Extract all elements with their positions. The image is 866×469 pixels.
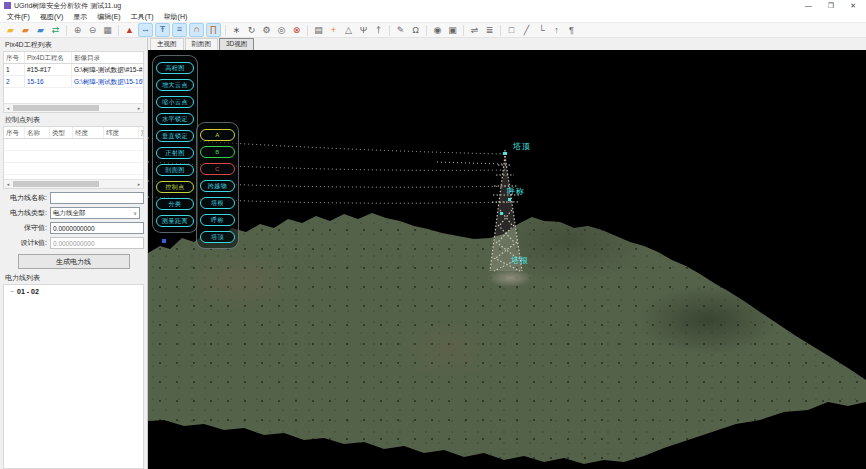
view-tool-button[interactable]: 缩小云点 (156, 96, 194, 108)
new-project-icon[interactable]: ▰ (4, 24, 17, 36)
export-icon[interactable]: ⇄ (49, 24, 62, 36)
wrench-icon[interactable]: ⚙ (260, 24, 273, 36)
marker-tool-button[interactable]: A (200, 129, 235, 141)
view-tool-button[interactable]: 高程图 (156, 62, 194, 74)
zoom-out-icon[interactable]: ⊖ (86, 24, 99, 36)
empty-row (4, 139, 143, 151)
powerline-name-input[interactable] (50, 192, 144, 204)
printer-icon[interactable]: ▤ (312, 24, 325, 36)
pan-tool-icon[interactable]: ↔ (138, 23, 153, 37)
minimize-button[interactable]: — (805, 2, 812, 10)
view-tool-button[interactable]: 增大云点 (156, 79, 194, 91)
align-tool-icon[interactable]: ≡ (172, 23, 187, 37)
horizontal-scrollbar[interactable]: ◂ ▸ (4, 103, 143, 112)
scrollbar-thumb[interactable] (13, 181, 99, 187)
view-tool-button[interactable]: 正射图 (156, 147, 194, 159)
design-k-label: 设计k值: (3, 238, 47, 248)
crossarm-marker (508, 198, 511, 201)
span-tool-icon[interactable]: ∩ (189, 23, 204, 37)
rotate-view-icon[interactable]: ↻ (245, 24, 258, 36)
column-header: 类型 (50, 127, 73, 138)
eye-icon[interactable]: ◉ (431, 24, 444, 36)
save-icon[interactable]: ▰ (34, 24, 47, 36)
left-sidebar: Pix4D工程列表 序号Pix4D工程名影像目录 1 #15-#17 G:\树障… (0, 38, 148, 469)
menu-item[interactable]: 显示 (68, 12, 92, 22)
terrain-mountain-icon[interactable]: ▲ (123, 24, 136, 36)
maximize-button[interactable]: ❐ (828, 2, 834, 10)
view-tool-button[interactable]: 分类 (156, 198, 194, 210)
crop-region-icon[interactable]: □ (505, 24, 518, 36)
open-project-icon[interactable]: ▰ (19, 24, 32, 36)
tower-marker-icon[interactable]: △ (342, 24, 355, 36)
marker-tool-button[interactable]: B (200, 146, 235, 158)
powerline-type-select[interactable]: 电力线全部 ∨ (50, 207, 140, 219)
target-select-icon[interactable]: ◎ (275, 24, 288, 36)
menu-item[interactable]: 工具(T) (126, 12, 159, 22)
workspace: 主视图剖面图3D视图 (148, 38, 866, 469)
scroll-left-arrow[interactable]: ◂ (4, 105, 12, 111)
tree-item-span[interactable]: − 01 - 02 (4, 285, 143, 295)
marker-tool-button[interactable]: C (200, 163, 235, 175)
conservative-value-input[interactable] (50, 222, 144, 234)
pole-marker-icon[interactable]: † (372, 24, 385, 36)
transform-tool-icon[interactable]: ∗ (230, 24, 243, 36)
menu-bar: 文件(F)视图(V)显示编辑(E)工具(T)帮助(H) (0, 11, 866, 22)
image-directory: G:\树障-测试数据\15-16\15-16 (72, 76, 144, 87)
view-tab[interactable]: 3D视图 (219, 38, 254, 50)
scroll-left-arrow[interactable]: ◂ (4, 181, 12, 187)
view-tool-button[interactable]: 水平锁定 (156, 113, 194, 125)
zoom-in-icon[interactable]: ⊕ (71, 24, 84, 36)
view-tool-button[interactable]: 控制点 (156, 181, 194, 193)
layers-icon[interactable]: ≣ (483, 24, 496, 36)
nominal-height-label: 呼称 (507, 187, 525, 196)
column-header: 名称 (25, 127, 50, 138)
horizontal-scrollbar[interactable]: ◂ ▸ (4, 179, 143, 188)
view-tool-button[interactable]: 测量距离 (156, 215, 194, 227)
report-doc-icon[interactable]: ¶ (565, 24, 578, 36)
toolbar-separator (66, 25, 67, 36)
generate-powerline-button[interactable]: 生成电力线 (18, 254, 130, 269)
toolbar-separator (118, 25, 119, 36)
measure-pen-icon[interactable]: ╱ (520, 24, 533, 36)
close-button[interactable]: ✕ (850, 2, 856, 10)
menu-item[interactable]: 视图(V) (35, 12, 68, 22)
project-list-title: Pix4D工程列表 (5, 40, 147, 50)
marker-tool-button[interactable]: 塔根 (200, 197, 235, 209)
powerline-list-title: 电力线列表 (5, 273, 147, 283)
delete-mark-icon[interactable]: ⊗ (290, 24, 303, 36)
#15-#17[interactable]: 1 #15-#17 G:\树障-测试数据\#15-#17\航 (4, 64, 143, 76)
copy-view-icon[interactable]: ▣ (446, 24, 459, 36)
3d-viewport[interactable]: 塔顶 呼称 塔根 高程图增大云点缩小云点水平锁定垂直锁定正射图剖面图控制点分类测… (148, 50, 866, 469)
scroll-right-arrow[interactable]: ▸ (135, 105, 143, 111)
power-line-5 (437, 162, 503, 164)
link-nodes-icon[interactable]: └ (535, 24, 548, 36)
marker-tool-button[interactable]: 跨越物 (200, 180, 235, 192)
project-name: 15-16 (25, 76, 72, 87)
sag-tool-icon[interactable]: ∏ (206, 23, 221, 37)
menu-item[interactable]: 帮助(H) (159, 12, 193, 22)
tower-signal-icon[interactable]: Ψ (357, 24, 370, 36)
tree-expander-icon[interactable]: − (10, 288, 14, 295)
arrow-up-icon[interactable]: ↑ (550, 24, 563, 36)
alarm-bell-icon[interactable]: Ω (409, 24, 422, 36)
zoom-fit-icon[interactable]: ▦ (101, 24, 114, 36)
design-k-input (50, 237, 144, 249)
menu-item[interactable]: 编辑(E) (92, 12, 125, 22)
view-tab[interactable]: 剖面图 (185, 38, 219, 50)
add-item-icon[interactable]: + (327, 24, 340, 36)
15-16[interactable]: 2 15-16 G:\树障-测试数据\15-16\15-16 (4, 76, 143, 88)
view-tool-button[interactable]: 垂直锁定 (156, 130, 194, 142)
view-tool-button[interactable]: 剖面图 (156, 164, 194, 176)
pole-select-tool-icon[interactable]: Ŧ (155, 23, 170, 37)
scrollbar-thumb[interactable] (13, 105, 99, 111)
flip-view-icon[interactable]: ⇌ (468, 24, 481, 36)
draw-pen-icon[interactable]: ✎ (394, 24, 407, 36)
selected-type: 电力线全部 (51, 209, 131, 218)
marker-tool-button[interactable]: 呼称 (200, 214, 235, 226)
control-table-header: 序号名称类型经度纬度海拔 (4, 127, 143, 139)
transmission-tower (490, 150, 522, 271)
scroll-right-arrow[interactable]: ▸ (135, 181, 143, 187)
marker-tool-button[interactable]: 塔顶 (200, 231, 235, 243)
menu-item[interactable]: 文件(F) (2, 12, 35, 22)
view-tab[interactable]: 主视图 (150, 38, 184, 50)
